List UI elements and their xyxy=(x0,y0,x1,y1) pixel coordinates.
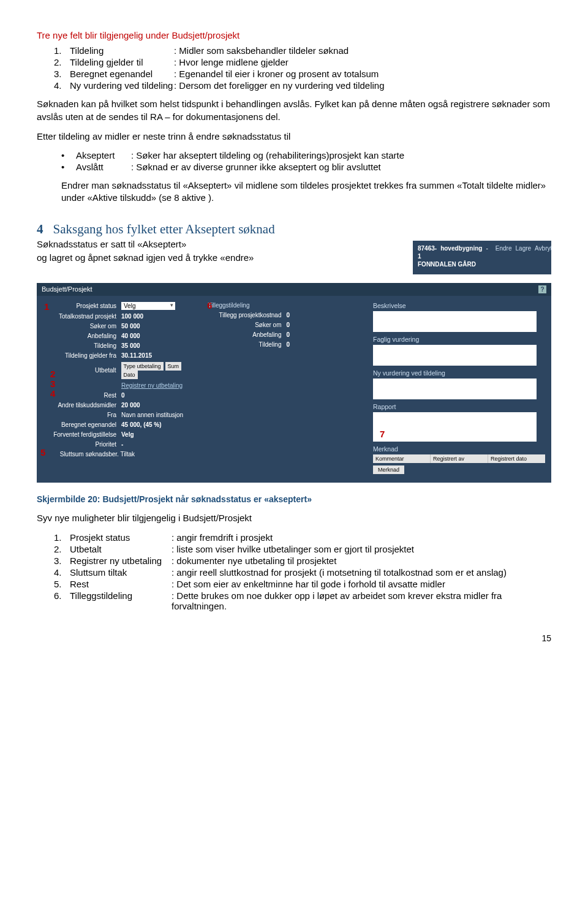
item-number: 2. xyxy=(54,57,70,67)
bullet-list: • Akseptert : Søker har akseptert tildel… xyxy=(61,150,551,172)
item-desc: : angir fremdrift i prosjekt xyxy=(172,532,551,543)
list-item: • Avslått : Søknad er av diverse grunner… xyxy=(61,162,551,172)
item-desc: : Det som eier av enkeltminne har til go… xyxy=(172,579,551,589)
ny-vurdering-textarea[interactable] xyxy=(373,379,537,399)
endre-button[interactable]: Endre xyxy=(496,244,512,260)
seven-intro: Syv nye muligheter blir tilgjengelig i B… xyxy=(37,512,551,524)
item-term: Tilleggstildeling xyxy=(70,590,172,601)
label-egenandel: Beregnet egenandel xyxy=(43,421,121,428)
section-number: 4 xyxy=(37,222,43,236)
item-term: Rest xyxy=(70,579,172,589)
item-desc: : Dersom det foreligger en ny vurdering … xyxy=(174,80,551,91)
utbetalt-col-type: Type utbetaling xyxy=(121,362,164,371)
item-number: 3. xyxy=(54,556,70,566)
value-tillegg-tildeling: 0 xyxy=(286,341,290,348)
bullet-dot: • xyxy=(61,162,76,172)
item-number: 5. xyxy=(54,579,70,589)
item-desc: : Egenandel til eier i kroner og prosent… xyxy=(174,69,551,79)
list-item: 5. Rest : Det som eier av enkeltminne ha… xyxy=(54,579,551,589)
item-desc: : Hvor lenge midlene gjelder xyxy=(174,57,551,67)
value-tillegg-prosjektkostnad: 0 xyxy=(286,312,290,318)
list-item: 4. Sluttsum tiltak : angir reell sluttko… xyxy=(54,567,551,578)
label-merknad: Merknad xyxy=(373,445,545,453)
value-soker-om: 50 000 xyxy=(121,323,140,330)
item-number: 1. xyxy=(54,532,70,543)
paragraph: Endrer man søknadsstatus til «Akseptert»… xyxy=(61,179,551,205)
annotation-3: 3 xyxy=(50,379,55,389)
value-totalkostnad: 100 000 xyxy=(121,313,143,320)
item-number: 6. xyxy=(54,590,70,601)
page-number: 15 xyxy=(37,633,551,643)
intro-red: Tre nye felt blir tilgjengelig under Bud… xyxy=(37,30,239,40)
help-icon[interactable]: ? xyxy=(538,285,546,293)
list-item: 1. Tildeling : Midler som saksbehandler … xyxy=(54,45,551,56)
separator: - xyxy=(486,244,488,260)
panel-mid-column: Tilleggstildeling Tillegg prosjektkostna… xyxy=(208,302,364,474)
item-term: Avslått xyxy=(76,162,131,172)
item-number: 4. xyxy=(54,80,70,91)
list-item: 2. Utbetalt : liste som viser hvilke utb… xyxy=(54,544,551,554)
label-tillegg-anbefaling: Anbefaling xyxy=(208,331,286,338)
list-item: 4. Ny vurdering ved tildeling : Dersom d… xyxy=(54,80,551,91)
paragraph: Søknaden kan på hvilket som helst tidspu… xyxy=(37,98,551,123)
label-prioritet: Prioritet xyxy=(43,441,121,448)
value-tildeling: 35 000 xyxy=(121,342,140,349)
item-term: Tildeling xyxy=(70,45,174,56)
lagre-button[interactable]: Lagre xyxy=(516,244,532,260)
label-tildeling-gjelder-fra: Tildeling gjelder fra xyxy=(43,352,121,359)
value-rest: 0 xyxy=(121,392,125,399)
section-subtext: Søknadsstatus er satt til «Akseptert» xyxy=(37,238,254,251)
item-term: Beregnet egenandel xyxy=(70,69,174,79)
rapport-textarea[interactable] xyxy=(373,412,537,442)
annotation-6: 6 xyxy=(207,300,212,311)
merknad-col-registrert-av: Registrert av xyxy=(431,454,488,463)
merknad-header: Kommentar Registrert av Registrert dato xyxy=(373,454,545,463)
beskrivelse-textarea[interactable] xyxy=(373,311,537,332)
item-term: Prosjekt status xyxy=(70,532,172,543)
section-subtext: og lagret og åpnet søknad igjen ved å tr… xyxy=(37,252,254,264)
item-desc: : Dette brukes om noe dukker opp i løpet… xyxy=(172,590,551,611)
value-anbefaling: 40 000 xyxy=(121,333,140,339)
faglig-vurdering-textarea[interactable] xyxy=(373,345,537,366)
list-item: 2. Tildeling gjelder til : Hvor lenge mi… xyxy=(54,57,551,67)
value-egenandel: 45 000, (45 %) xyxy=(121,421,162,428)
prosjekt-status-select[interactable]: Velg xyxy=(121,302,175,310)
item-number: 3. xyxy=(54,69,70,79)
registrer-ny-utbetaling-link[interactable]: Registrer ny utbetaling xyxy=(121,382,183,389)
label-andre-tilskudd: Andre tilskuddsmidler xyxy=(43,402,121,409)
label-tildeling: Tildeling xyxy=(43,342,121,349)
item-desc: : dokumenter nye utbetaling til prosjekt… xyxy=(172,556,551,566)
budsjett-panel: Budsjett/Prosjekt ? Prosjekt status Velg… xyxy=(37,283,551,483)
figure-caption: Skjermbilde 20: Budsjett/Prosjekt når sø… xyxy=(37,494,551,505)
value-tildeling-gjelder-fra: 30.11.2015 xyxy=(121,352,152,359)
toolbar-name2: FONNDALEN GÅRD xyxy=(418,260,546,268)
label-prosjekt-status: Prosjekt status xyxy=(43,303,121,309)
label-rapport: Rapport xyxy=(373,403,545,410)
toolbar-id: 87463-1 xyxy=(418,244,437,260)
list-item: 6. Tilleggstildeling : Dette brukes om n… xyxy=(54,590,551,611)
page-intro: Tre nye felt blir tilgjengelig under Bud… xyxy=(37,29,551,42)
mini-toolbar: 87463-1 hovedbygning - Endre Lagre Avbry… xyxy=(413,241,551,274)
item-number: 4. xyxy=(54,567,70,578)
merknad-col-kommentar: Kommentar xyxy=(373,454,431,463)
avbryt-button[interactable]: Avbryt xyxy=(535,244,552,260)
item-term: Tildeling gjelder til xyxy=(70,57,174,67)
label-tillegg-soker-om: Søker om xyxy=(208,322,286,328)
toolbar-name: hovedbygning xyxy=(440,244,482,260)
label-totalkostnad: Totalkostnad prosjekt xyxy=(43,313,121,320)
label-soker-om: Søker om xyxy=(43,323,121,330)
utbetalt-col-dato: Dato xyxy=(121,371,138,379)
item-desc: : Søknad er av diverse grunner ikke akse… xyxy=(131,162,551,172)
item-desc: : Midler som saksbehandler tildeler søkn… xyxy=(174,45,551,56)
panel-titlebar: Budsjett/Prosjekt ? xyxy=(37,283,551,296)
value-prioritet: - xyxy=(121,441,123,448)
label-ferdigstillelse: Forventet ferdigstillelse xyxy=(43,431,121,438)
paragraph: Etter tildeling av midler er neste trinn… xyxy=(37,130,551,143)
field-list-1: 1. Tildeling : Midler som saksbehandler … xyxy=(54,45,551,91)
bullet-dot: • xyxy=(61,150,76,160)
label-tilleggstildeling: Tilleggstildeling xyxy=(208,302,254,309)
merknad-button[interactable]: Merknad xyxy=(373,465,404,474)
item-desc: : Søker har akseptert tildeling og (reha… xyxy=(131,150,551,160)
item-term: Registrer ny utbetaling xyxy=(70,556,172,566)
label-ny-vurdering: Ny vurdering ved tildeling xyxy=(373,369,545,377)
